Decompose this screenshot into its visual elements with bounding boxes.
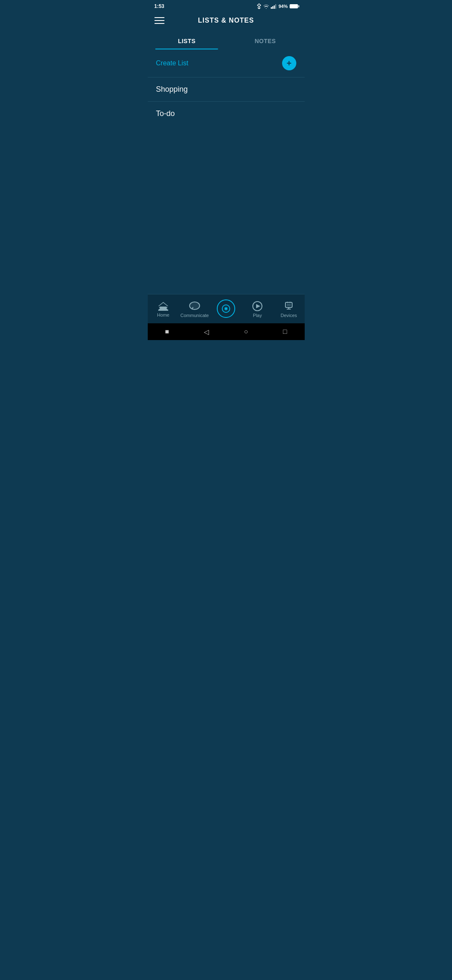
nav-item-communicate[interactable]: Communicate (179, 301, 211, 318)
nav-label-play: Play (253, 313, 262, 318)
recent-apps-button[interactable]: □ (283, 328, 287, 335)
plus-icon: + (287, 59, 292, 67)
bluetooth-icon (257, 3, 262, 9)
status-time: 1:53 (154, 3, 164, 9)
android-nav-bar: ■ ◁ ○ □ (148, 323, 305, 340)
content-area: Create List + Shopping To-do (148, 49, 305, 294)
tab-lists[interactable]: LISTS (148, 33, 226, 49)
home-button[interactable]: ○ (244, 328, 248, 335)
battery-icon (290, 4, 298, 8)
communicate-icon (189, 301, 200, 312)
stop-button: ■ (165, 328, 169, 335)
nav-label-devices: Devices (280, 313, 297, 318)
nav-item-devices[interactable]: Devices (273, 301, 305, 318)
list-item-shopping[interactable]: Shopping (148, 77, 305, 101)
create-list-row[interactable]: Create List + (148, 49, 305, 77)
wifi-icon (263, 4, 269, 9)
create-list-label: Create List (156, 59, 188, 67)
devices-icon (283, 301, 295, 312)
nav-item-play[interactable]: Play (242, 301, 273, 318)
back-button[interactable]: ◁ (204, 328, 209, 336)
nav-item-alexa[interactable] (211, 299, 242, 319)
status-icons: 94% (257, 3, 298, 9)
nav-label-home: Home (157, 312, 169, 317)
svg-rect-2 (274, 5, 275, 9)
alexa-icon (217, 299, 235, 318)
home-icon (157, 301, 169, 311)
svg-rect-8 (160, 307, 167, 311)
svg-rect-0 (271, 7, 272, 9)
svg-rect-19 (287, 304, 291, 306)
bottom-nav: Home Communicate (148, 294, 305, 323)
page-title: LISTS & NOTES (198, 17, 254, 24)
svg-rect-1 (272, 6, 274, 9)
svg-point-15 (225, 307, 227, 310)
play-icon (252, 301, 263, 312)
battery-percent: 94% (278, 4, 288, 9)
signal-icon (271, 4, 277, 9)
nav-item-home[interactable]: Home (148, 301, 179, 317)
hamburger-menu-button[interactable] (154, 17, 164, 24)
svg-marker-17 (256, 304, 260, 308)
list-item-todo[interactable]: To-do (148, 102, 305, 126)
header: LISTS & NOTES (148, 12, 305, 29)
status-bar: 1:53 94% (148, 0, 305, 12)
tabs-container: LISTS NOTES (148, 33, 305, 49)
create-list-button[interactable]: + (282, 56, 296, 70)
nav-label-communicate: Communicate (180, 313, 209, 318)
svg-rect-3 (275, 4, 277, 9)
tab-notes[interactable]: NOTES (226, 33, 305, 49)
